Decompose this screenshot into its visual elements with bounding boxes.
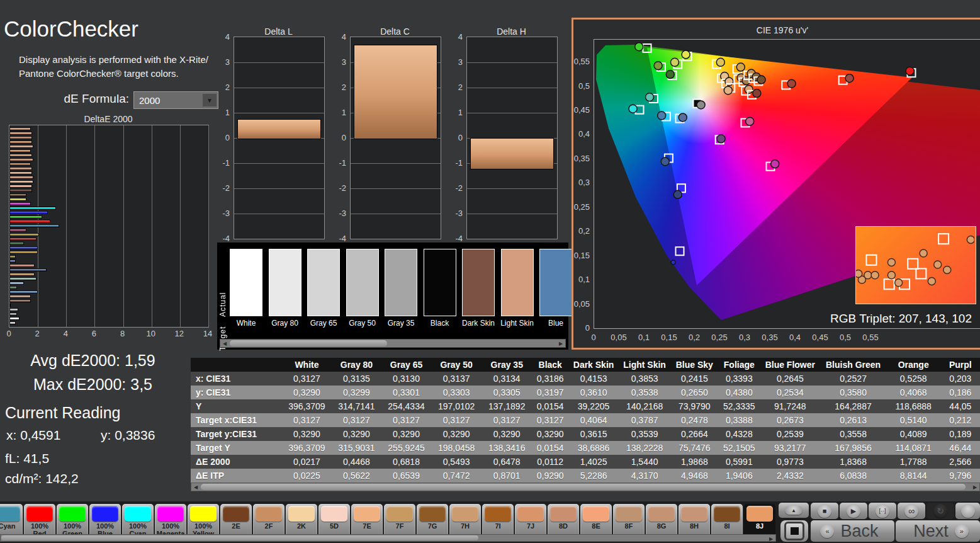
cie-inset-markers <box>856 227 974 302</box>
range-button[interactable]: [··] <box>869 503 896 519</box>
patch-button-8g[interactable]: 8G <box>646 504 677 539</box>
table-cell: 0,186 <box>941 386 980 399</box>
deltae-bar <box>9 317 20 320</box>
axis-tick-label: 0,05 <box>611 333 626 342</box>
patch-button-8f[interactable]: 8F <box>613 504 645 539</box>
toolbar-scrollbar[interactable]: ▶ <box>0 534 776 542</box>
page-title: ColorChecker <box>4 16 138 42</box>
patch-button-8d[interactable]: 8D <box>548 504 579 539</box>
de-formula-label: dE Formula: <box>0 92 129 106</box>
measured-circle <box>682 50 690 59</box>
measured-circle <box>658 111 666 120</box>
play-button[interactable]: ▶ <box>840 503 867 519</box>
patch-button-7f[interactable]: 7F <box>384 504 415 539</box>
table-cell: 0,4328 <box>718 427 760 441</box>
axis-tick-label: 0,2 <box>689 333 700 342</box>
patch-color-chip <box>157 506 184 522</box>
infinity-button[interactable]: ∞ <box>898 503 925 519</box>
patch-button-7h[interactable]: 7H <box>449 504 481 539</box>
patch-button-100-magenta[interactable]: 100% Magenta <box>155 504 186 539</box>
measured-circle <box>771 160 779 168</box>
scroll-left-icon[interactable]: ◀ <box>192 484 200 490</box>
scroll-right-icon[interactable]: ▶ <box>557 340 565 346</box>
patch-button-2e[interactable]: 2E <box>220 504 252 539</box>
collapse-button[interactable]: ▲ <box>779 503 809 518</box>
axis-tick-label: -4 <box>441 234 463 243</box>
column-header: Gray 65 <box>381 358 431 372</box>
table-cell: 0,3290 <box>381 427 431 441</box>
swatch-gray-50 <box>346 249 379 316</box>
patch-button-2f[interactable]: 2F <box>253 504 284 539</box>
row-header: ΔE ITP <box>191 469 282 483</box>
table-scrollbar-handle[interactable] <box>201 484 966 490</box>
patch-color-chip <box>190 506 217 522</box>
stop-button[interactable]: ■ <box>811 503 838 519</box>
deltae-chart-title: DeltaE 2000 <box>9 114 208 124</box>
patch-button-7i[interactable]: 7I <box>482 504 514 539</box>
pattern-window-button[interactable] <box>780 520 808 542</box>
swatch-strip-panel: Actual Target WhiteGray 80Gray 65Gray 50… <box>217 243 568 350</box>
reading-cdm2: cd/m²: 142,2 <box>5 471 79 486</box>
patch-button-cyan[interactable]: Cyan <box>0 504 23 539</box>
patch-button-100-yellow[interactable]: 100% Yellow <box>188 504 219 539</box>
target-square <box>643 44 651 52</box>
table-cell: 0,3135 <box>332 372 381 386</box>
axis-tick-label: -2 <box>208 183 230 193</box>
patch-button-7j[interactable]: 7J <box>515 504 546 539</box>
axis-tick-label: 4 <box>64 329 68 338</box>
column-header: Blue Sky <box>670 358 718 372</box>
deltae-bar <box>9 260 16 263</box>
patch-button-100-blue[interactable]: 100% Blue <box>89 504 121 539</box>
de-formula-dropdown[interactable]: 2000 ▼ <box>133 91 218 109</box>
scroll-left-icon[interactable]: ◀ <box>221 340 228 346</box>
back-button[interactable]: « Back <box>811 520 894 542</box>
patch-button-5d[interactable]: 5D <box>318 504 350 539</box>
patch-button-100-cyan[interactable]: 100% Cyan <box>122 504 154 539</box>
measured-circle <box>673 190 682 198</box>
axis-tick-label: 0,25 <box>568 202 590 211</box>
table-cell: 0,4468 <box>332 455 381 469</box>
patch-button-100-green[interactable]: 100% Green <box>57 504 88 539</box>
deltae-bar <box>9 198 26 201</box>
table-cell: 0,2673 <box>760 413 820 427</box>
table-cell: 0,3305 <box>482 386 532 399</box>
patch-color-chip <box>386 506 413 522</box>
table-row: Target x:CIE310,31270,31270,31270,31270,… <box>191 413 980 427</box>
table-row: Y396,3709314,7141254,4334197,0102137,189… <box>191 399 980 413</box>
toolbar-scrollbar-handle[interactable] <box>1 535 478 540</box>
loop-button[interactable]: ↻ <box>926 503 954 519</box>
blank-button[interactable] <box>955 503 980 519</box>
table-cell: 0,3127 <box>381 413 431 427</box>
axis-tick-label: -1 <box>208 158 230 168</box>
table-cell: 0,0112 <box>532 455 568 469</box>
swatch-scrollbar-handle[interactable] <box>230 340 387 346</box>
table-scrollbar[interactable]: ◀ ▶ <box>191 483 980 491</box>
patch-button-7g[interactable]: 7G <box>417 504 448 539</box>
swatch-scrollbar[interactable]: ◀ ▶ <box>220 339 566 348</box>
table-cell: 2,4332 <box>760 469 820 483</box>
gridline <box>234 214 324 214</box>
chevron-down-icon[interactable]: ▼ <box>203 94 217 106</box>
square-icon <box>784 522 804 540</box>
inset-measured-circle <box>920 249 927 257</box>
scroll-right-icon[interactable]: ▶ <box>971 484 979 490</box>
axis-tick-label: 0 <box>208 133 230 142</box>
patch-button-2k[interactable]: 2K <box>286 504 317 539</box>
next-button[interactable]: Next » <box>896 520 980 542</box>
swatch-label: Gray 50 <box>344 319 381 328</box>
patch-button-8i[interactable]: 8I <box>711 504 743 539</box>
patch-button-8h[interactable]: 8H <box>679 504 710 539</box>
delta-chart <box>350 37 441 239</box>
table-cell: 0,3127 <box>282 372 332 386</box>
scroll-right-icon[interactable]: ▶ <box>767 535 775 542</box>
axis-tick-label: -3 <box>441 209 463 218</box>
table-cell: 0,3303 <box>431 386 482 399</box>
patch-button-100-red[interactable]: 100% Red <box>24 504 55 539</box>
axis-tick-label: 0,2 <box>568 226 590 236</box>
table-cell: 0,3127 <box>282 413 332 427</box>
gridline <box>467 214 557 214</box>
patch-button-8j[interactable]: 8J <box>744 504 775 539</box>
patch-button-7e[interactable]: 7E <box>351 504 383 539</box>
inset-target-square <box>938 234 949 244</box>
patch-button-8e[interactable]: 8E <box>580 504 612 539</box>
